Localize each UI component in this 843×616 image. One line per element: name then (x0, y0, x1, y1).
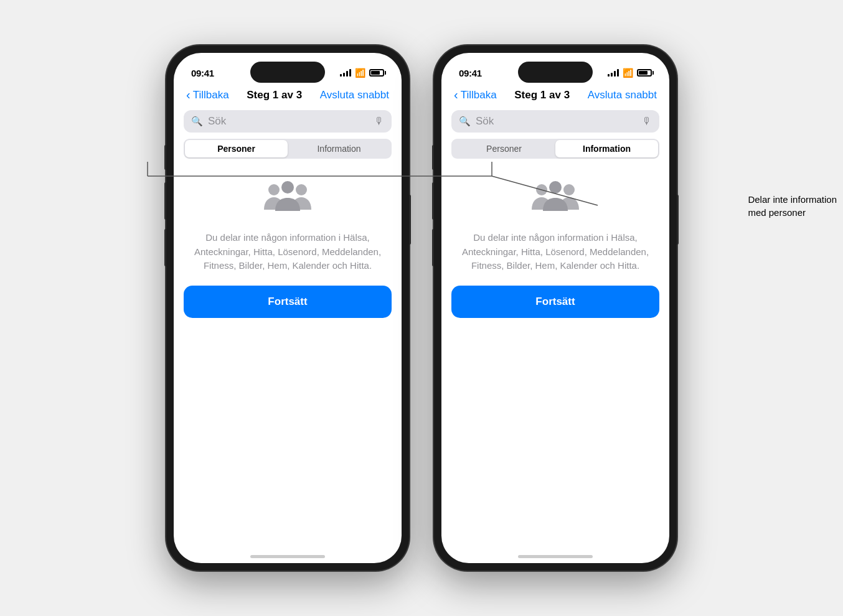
power-button-2 (677, 195, 679, 245)
nav-bar-1: ‹ Tillbaka Steg 1 av 3 Avsluta snabbt (174, 86, 402, 106)
segment-information-1[interactable]: Information (288, 140, 390, 157)
search-placeholder-2: Sök (476, 115, 637, 128)
content-area-2: Du delar inte någon information i Hälsa,… (441, 166, 669, 286)
status-icons-1: 📶 (340, 68, 384, 78)
svg-point-3 (536, 184, 547, 195)
content-area-1: Du delar inte någon information i Hälsa,… (174, 166, 402, 286)
wifi-icon-2: 📶 (623, 68, 633, 78)
search-icon-2: 🔍 (459, 116, 471, 127)
wifi-icon-1: 📶 (355, 68, 365, 78)
back-button-2[interactable]: ‹ Tillbaka (454, 89, 497, 101)
search-placeholder-1: Sök (208, 115, 369, 128)
nav-bar-2: ‹ Tillbaka Steg 1 av 3 Avsluta snabbt (441, 86, 669, 106)
nav-action-2[interactable]: Avsluta snabbt (588, 89, 657, 101)
signal-icon-2 (608, 69, 619, 77)
time-display-1: 09:41 (191, 68, 214, 78)
back-label-1: Tillbaka (193, 89, 229, 101)
bottom-area-1: Fortsätt (174, 286, 402, 337)
mute-button-2 (432, 145, 434, 170)
phone-1: 09:41 📶 ‹ Tillbaka Steg 1 av 3 (166, 45, 409, 571)
back-label-2: Tillbaka (461, 89, 497, 101)
power-button (409, 195, 411, 245)
status-icons-2: 📶 (608, 68, 652, 78)
dynamic-island-2 (518, 62, 593, 83)
battery-icon-2 (637, 69, 652, 77)
dynamic-island (250, 62, 325, 83)
annotation-text: Delar inte information med personer (748, 193, 837, 219)
mic-icon-1[interactable]: 🎙 (374, 116, 384, 127)
back-button-1[interactable]: ‹ Tillbaka (186, 89, 229, 101)
people-icon-1 (263, 179, 313, 218)
svg-point-0 (268, 184, 280, 195)
continue-button-2[interactable]: Fortsätt (451, 286, 659, 318)
nav-action-1[interactable]: Avsluta snabbt (320, 89, 389, 101)
svg-point-5 (549, 181, 562, 194)
chevron-left-icon-1: ‹ (186, 88, 191, 101)
people-icon-2 (530, 179, 580, 218)
mute-button (164, 145, 166, 170)
svg-point-4 (563, 184, 575, 195)
volume-down-button (164, 229, 166, 266)
nav-title-2: Steg 1 av 3 (514, 89, 570, 101)
search-bar-1[interactable]: 🔍 Sök 🎙 (184, 110, 392, 133)
home-indicator-2 (518, 555, 593, 558)
annotation-svg (0, 0, 843, 616)
screen-1: 09:41 📶 ‹ Tillbaka Steg 1 av 3 (174, 53, 402, 563)
empty-content-text-2: Du delar inte någon information i Hälsa,… (460, 231, 651, 273)
continue-button-1[interactable]: Fortsätt (184, 286, 392, 318)
segment-people-2[interactable]: Personer (453, 140, 555, 157)
battery-icon-1 (369, 69, 384, 77)
segmented-control-2: Personer Information (451, 139, 659, 159)
segment-people-1[interactable]: Personer (185, 140, 288, 157)
signal-icon-1 (340, 69, 351, 77)
segmented-control-1: Personer Information (184, 139, 392, 159)
search-bar-2[interactable]: 🔍 Sök 🎙 (451, 110, 659, 133)
mic-icon-2[interactable]: 🎙 (642, 116, 652, 127)
time-display-2: 09:41 (459, 68, 482, 78)
chevron-left-icon-2: ‹ (454, 88, 458, 101)
scene: 09:41 📶 ‹ Tillbaka Steg 1 av 3 (0, 0, 843, 616)
volume-down-button-2 (432, 229, 434, 266)
svg-point-2 (281, 181, 294, 194)
volume-up-button-2 (432, 182, 434, 220)
svg-point-1 (296, 184, 307, 195)
phone-2: 09:41 📶 ‹ Tillbaka Steg 1 av 3 (434, 45, 677, 571)
search-icon-1: 🔍 (191, 116, 203, 127)
home-indicator-1 (250, 555, 325, 558)
bottom-area-2: Fortsätt (441, 286, 669, 337)
volume-up-button (164, 182, 166, 220)
segment-information-2[interactable]: Information (555, 140, 658, 157)
nav-title-1: Steg 1 av 3 (247, 89, 302, 101)
screen-2: 09:41 📶 ‹ Tillbaka Steg 1 av 3 (441, 53, 669, 563)
empty-content-text-1: Du delar inte någon information i Hälsa,… (192, 231, 383, 273)
